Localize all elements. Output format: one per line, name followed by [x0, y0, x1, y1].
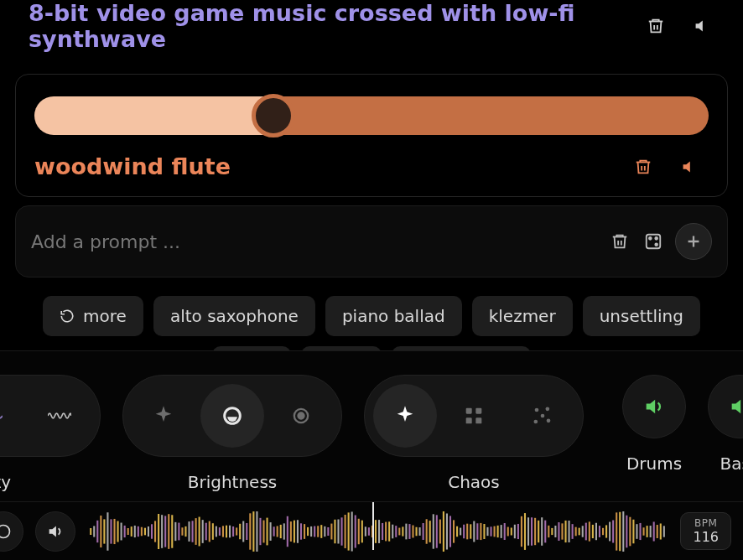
- prompt-weight-slider[interactable]: [34, 96, 709, 135]
- chip-klezmer[interactable]: klezmer: [472, 296, 573, 336]
- control-brightness: Brightness: [122, 375, 342, 492]
- density-high-button[interactable]: [28, 384, 91, 448]
- drums-button[interactable]: [622, 375, 686, 438]
- svg-point-2: [655, 243, 657, 246]
- controls-strip: nsity Brightness: [0, 350, 743, 510]
- svg-point-3: [655, 237, 657, 240]
- prompt-card-2: woodwind flute: [15, 74, 728, 197]
- mute-icon[interactable]: [689, 14, 713, 38]
- play-button[interactable]: [0, 511, 23, 552]
- bpm-label: BPM: [693, 518, 719, 530]
- prompt-1-title[interactable]: 8-bit video game music crossed with low-…: [29, 0, 637, 52]
- trash-icon[interactable]: [631, 155, 655, 179]
- svg-rect-10: [475, 417, 481, 423]
- svg-rect-8: [475, 408, 481, 414]
- control-chaos: Chaos: [364, 375, 584, 492]
- chip-more[interactable]: more: [43, 296, 143, 336]
- control-drums: Drums: [622, 375, 686, 474]
- chaos-pill: [364, 375, 584, 457]
- chaos-label: Chaos: [448, 472, 500, 492]
- svg-point-14: [534, 420, 538, 424]
- mute-icon[interactable]: [677, 155, 700, 179]
- add-button[interactable]: [675, 223, 712, 260]
- svg-point-12: [546, 407, 550, 412]
- prompt-2-title[interactable]: woodwind flute: [34, 153, 625, 179]
- trash-icon[interactable]: [608, 230, 631, 253]
- trash-icon[interactable]: [644, 14, 668, 38]
- slider-thumb[interactable]: [252, 94, 295, 137]
- density-label: nsity: [0, 472, 11, 492]
- bass-button[interactable]: [708, 375, 743, 438]
- svg-point-15: [547, 419, 551, 423]
- add-prompt-card: Add a prompt ...: [15, 205, 728, 277]
- playhead[interactable]: [372, 501, 374, 550]
- svg-point-11: [535, 408, 539, 412]
- control-density: nsity: [0, 375, 101, 492]
- chip-piano-ballad[interactable]: piano ballad: [325, 296, 462, 336]
- brightness-mid-button[interactable]: [200, 384, 264, 448]
- chip-unsettling[interactable]: unsettling: [583, 296, 700, 336]
- chip-more-label: more: [83, 306, 127, 326]
- density-pill: [0, 375, 101, 457]
- chaos-high-button[interactable]: [511, 384, 574, 448]
- chaos-low-button[interactable]: [373, 384, 437, 448]
- add-prompt-input[interactable]: Add a prompt ...: [31, 231, 598, 252]
- brightness-low-button[interactable]: [132, 384, 195, 448]
- svg-rect-0: [647, 235, 661, 249]
- bpm-box[interactable]: BPM 116: [680, 512, 731, 549]
- bpm-value: 116: [693, 530, 719, 545]
- bass-label: Bass: [720, 454, 743, 474]
- svg-point-16: [0, 525, 10, 537]
- drums-label: Drums: [626, 454, 682, 474]
- brightness-pill: [122, 375, 342, 457]
- svg-rect-9: [466, 417, 472, 423]
- brightness-high-button[interactable]: [269, 384, 333, 448]
- svg-rect-7: [466, 408, 472, 414]
- transport-footer: BPM 116: [0, 501, 743, 560]
- svg-point-6: [299, 413, 304, 419]
- svg-point-1: [649, 237, 652, 240]
- brightness-label: Brightness: [188, 472, 278, 492]
- control-bass: Bass: [708, 375, 743, 474]
- waveform-scrubber[interactable]: [87, 511, 668, 552]
- density-mid-button[interactable]: [0, 384, 23, 448]
- volume-button[interactable]: [35, 511, 75, 552]
- dice-icon[interactable]: [642, 230, 665, 253]
- prompt-card-1: 8-bit video game music crossed with low-…: [15, 0, 728, 65]
- svg-point-13: [541, 414, 545, 418]
- chaos-mid-button[interactable]: [442, 384, 506, 448]
- chip-alto-saxophone[interactable]: alto saxophone: [153, 296, 315, 336]
